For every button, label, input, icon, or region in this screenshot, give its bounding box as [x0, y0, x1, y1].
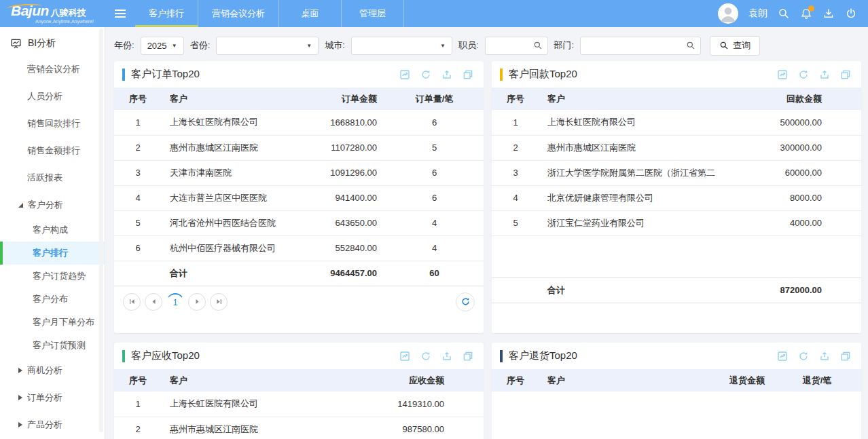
- panel-accent-bar: [500, 350, 503, 362]
- search-icon: [719, 41, 729, 50]
- table-header-row: 序号客户回款金额: [492, 88, 861, 110]
- table-row[interactable]: 1上海长虹医院有限公司1668810.006: [114, 110, 484, 135]
- panel-chart-view-icon[interactable]: [399, 351, 410, 362]
- panel-refresh-icon[interactable]: [798, 69, 809, 80]
- column-header: 应收金额: [338, 369, 484, 392]
- topbar-tab[interactable]: 客户排行: [135, 0, 198, 27]
- topbar-tab[interactable]: 营销会议分析: [198, 0, 279, 27]
- dept-lookup[interactable]: [580, 37, 701, 55]
- sidebar-item-客户订货预测[interactable]: 客户订货预测: [0, 334, 105, 357]
- sidebar-item-客户排行[interactable]: 客户排行: [0, 242, 105, 265]
- sidebar-item-label: 客户分析: [28, 199, 63, 211]
- panel-header: 客户应收Top20: [114, 343, 484, 369]
- dept-label: 部门:: [554, 39, 575, 52]
- table-row[interactable]: 2惠州市惠城区江南医院1107280.005: [114, 135, 484, 160]
- pager-prev-button[interactable]: [145, 293, 162, 311]
- sidebar-item-label: 商机分析: [27, 364, 62, 377]
- table-row[interactable]: 3天津市津南医院1091296.006: [114, 160, 484, 185]
- menu-toggle-icon[interactable]: [105, 0, 135, 27]
- panel-window-icon[interactable]: [840, 69, 851, 80]
- sidebar-item-销售回款排行[interactable]: 销售回款排行: [0, 110, 105, 137]
- grid-refresh-button[interactable]: [456, 292, 475, 311]
- value-cell: 60000.00: [715, 160, 861, 185]
- panel-window-icon[interactable]: [463, 69, 473, 80]
- topbar-tab[interactable]: 桌面: [279, 0, 342, 27]
- sidebar-item-人员分析[interactable]: 人员分析: [0, 83, 105, 110]
- panel-export-icon[interactable]: [441, 351, 452, 362]
- table-row[interactable]: 3浙江大学医学院附属第二医院（浙江省第二医院）60000.00: [492, 160, 861, 185]
- sidebar-item-营销会议分析[interactable]: 营销会议分析: [0, 56, 105, 83]
- pager-first-button[interactable]: [123, 293, 141, 311]
- dept-input[interactable]: [585, 40, 686, 52]
- column-header: 客户: [162, 369, 338, 392]
- search-icon: [533, 41, 543, 50]
- pager-last-button[interactable]: [210, 293, 228, 311]
- sidebar-section-BI分析[interactable]: BI分析: [0, 27, 105, 56]
- sidebar-item-活跃报表[interactable]: 活跃报表: [0, 164, 105, 191]
- table-row[interactable]: 1上海长虹医院有限公司1419310.00: [114, 392, 484, 417]
- year-select[interactable]: 2025 ▼: [141, 37, 184, 55]
- search-icon[interactable]: [778, 7, 790, 20]
- pager-next-button[interactable]: [188, 293, 206, 311]
- table-row[interactable]: 5河北省沧州中西医结合医院643650.004: [114, 210, 484, 235]
- sidebar-item-客户订货趋势[interactable]: 客户订货趋势: [0, 265, 105, 288]
- city-select[interactable]: ▼: [351, 37, 452, 55]
- app-logo[interactable]: Bajun 八骏科技 Anyone,Anytime,Anywhere!: [0, 3, 105, 24]
- table-row[interactable]: 6杭州中佰医疗器械有限公司552840.004: [114, 235, 484, 261]
- search-button[interactable]: 查询: [710, 36, 760, 56]
- panel-export-icon[interactable]: [819, 69, 830, 80]
- panel-toolbar: [777, 351, 851, 362]
- total-row: 合计872000.00: [492, 278, 861, 303]
- panel-window-icon[interactable]: [840, 351, 851, 362]
- customer-cell: 天津市津南医院: [162, 160, 283, 185]
- value-cell: 6: [385, 185, 484, 210]
- panel-header: 客户退货Top20: [492, 343, 861, 369]
- value-cell: 1: [114, 110, 162, 135]
- panel-refresh-icon[interactable]: [798, 351, 809, 362]
- power-icon[interactable]: [845, 7, 857, 20]
- ranking-table: 序号客户退货金额退货/笔: [492, 369, 861, 392]
- pagination-current-page[interactable]: 1: [166, 293, 184, 311]
- notification-bell-icon[interactable]: [800, 7, 812, 20]
- table-row[interactable]: 1上海长虹医院有限公司500000.00: [492, 110, 861, 135]
- panel-chart-view-icon[interactable]: [777, 351, 788, 362]
- column-header: 客户: [162, 88, 283, 110]
- sidebar-scrollbar[interactable]: [99, 28, 103, 432]
- sidebar-item-销售金额排行[interactable]: 销售金额排行: [0, 137, 105, 164]
- panel-chart-view-icon[interactable]: [777, 69, 788, 80]
- table-row[interactable]: 5浙江宝仁堂药业有限公司4000.00: [492, 210, 861, 235]
- table-row[interactable]: 4北京优妍健康管理有限公司8000.00: [492, 185, 861, 210]
- value-cell: 1: [492, 110, 539, 135]
- topbar-tab[interactable]: 管理层: [342, 0, 404, 27]
- panel-export-icon[interactable]: [441, 69, 452, 80]
- username[interactable]: 袁朗: [748, 7, 767, 20]
- table-row[interactable]: 2惠州市惠城区江南医院300000.00: [492, 135, 861, 160]
- panel-refresh-icon[interactable]: [420, 69, 431, 80]
- sidebar-group-订单分析[interactable]: 订单分析: [0, 384, 105, 411]
- value-cell: 941400.00: [283, 185, 385, 210]
- table-row[interactable]: 2惠州市惠城区江南医院987580.00: [114, 417, 484, 439]
- panel-export-icon[interactable]: [819, 351, 830, 362]
- table-row[interactable]: 4大连市普兰店区中医医院941400.006: [114, 185, 484, 210]
- download-icon[interactable]: [822, 7, 835, 20]
- avatar[interactable]: [718, 3, 738, 24]
- panel-window-icon[interactable]: [463, 351, 473, 362]
- staff-lookup[interactable]: [485, 37, 548, 55]
- customer-cell: 杭州中佰医疗器械有限公司: [162, 235, 283, 261]
- column-header: 序号: [114, 369, 162, 392]
- table-header-row: 序号客户订单金额订单量/笔: [114, 88, 484, 110]
- topbar-right: 袁朗: [718, 3, 868, 24]
- sidebar-item-客户分布[interactable]: 客户分布: [0, 288, 105, 311]
- sidebar-group-商机分析[interactable]: 商机分析: [0, 357, 105, 384]
- panel-refresh-icon[interactable]: [420, 351, 431, 362]
- sidebar-item-客户月下单分布[interactable]: 客户月下单分布: [0, 311, 105, 334]
- panel-accent-bar: [122, 69, 125, 81]
- panel-chart-view-icon[interactable]: [399, 69, 410, 80]
- province-select[interactable]: ▼: [216, 37, 319, 55]
- staff-input[interactable]: [490, 40, 533, 52]
- main-content: 年份: 2025 ▼ 省份: ▼ 城市: ▼ 职员: 部门: 查询 客户订单To: [105, 27, 868, 439]
- chevron-down-icon: ▼: [172, 43, 177, 49]
- sidebar-group-客户分析[interactable]: 客户分析: [0, 191, 105, 218]
- sidebar-group-产品分析[interactable]: 产品分析: [0, 411, 105, 438]
- sidebar-item-客户构成[interactable]: 客户构成: [0, 218, 105, 242]
